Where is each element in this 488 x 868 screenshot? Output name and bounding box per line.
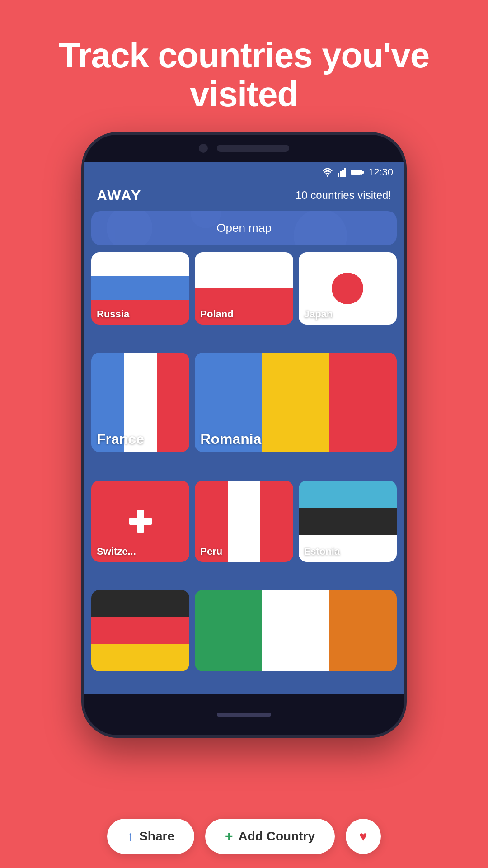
country-card-estonia[interactable]: Estonia	[299, 481, 397, 562]
status-icons: 12:30	[322, 166, 393, 178]
svg-rect-8	[362, 171, 364, 174]
country-card-switzerland[interactable]: Switze...	[91, 481, 189, 562]
countries-visited-label: 10 countries visited!	[296, 189, 391, 202]
home-indicator	[217, 713, 271, 717]
svg-point-0	[327, 175, 328, 177]
hero-title: Track countries you've visited	[0, 0, 488, 132]
app-title: AWAY	[97, 187, 141, 204]
add-country-button[interactable]: + Add Country	[205, 819, 335, 854]
country-name-switzerland: Switze...	[97, 546, 136, 557]
favorite-button[interactable]: ♥	[346, 819, 381, 854]
signal-icon	[338, 168, 347, 177]
bottom-action-bar: ↑ Share + Add Country ♥	[0, 805, 488, 868]
plus-icon: +	[225, 829, 233, 844]
phone-screen: 12:30 AWAY 10 countries visited! Open ma…	[84, 162, 404, 694]
country-name-poland: Poland	[200, 308, 233, 320]
share-button[interactable]: ↑ Share	[107, 819, 194, 854]
status-bar: 12:30	[84, 162, 404, 183]
country-card-germany[interactable]	[91, 590, 189, 671]
country-name-romania: Romania	[200, 431, 261, 448]
svg-rect-4	[344, 168, 346, 177]
svg-rect-3	[342, 170, 344, 177]
phone-device: 12:30 AWAY 10 countries visited! Open ma…	[81, 132, 407, 738]
svg-rect-1	[338, 173, 339, 177]
country-name-japan: Japan	[304, 308, 333, 320]
open-map-button[interactable]: Open map	[91, 211, 397, 245]
add-country-label: Add Country	[239, 829, 315, 844]
country-card-peru[interactable]: Peru	[195, 481, 293, 562]
country-name-peru: Peru	[200, 546, 222, 557]
country-card-japan[interactable]: Japan	[299, 252, 397, 325]
phone-top-bar	[84, 135, 404, 162]
svg-rect-2	[340, 171, 342, 177]
country-name-france: France	[97, 431, 144, 448]
status-time: 12:30	[368, 166, 393, 178]
phone-bottom-bar	[84, 694, 404, 735]
svg-rect-7	[352, 170, 361, 175]
country-card-ireland[interactable]	[195, 590, 397, 671]
app-header: AWAY 10 countries visited!	[84, 183, 404, 211]
phone-camera	[199, 144, 208, 153]
heart-icon: ♥	[359, 829, 367, 844]
japan-circle	[332, 273, 363, 304]
country-name-estonia: Estonia	[304, 546, 340, 557]
wifi-icon	[322, 168, 333, 177]
share-label: Share	[139, 829, 174, 844]
country-name-russia: Russia	[97, 308, 129, 320]
country-card-romania[interactable]: Romania	[195, 353, 397, 452]
battery-icon	[351, 169, 364, 176]
phone-speaker	[217, 145, 289, 152]
country-card-russia[interactable]: Russia	[91, 252, 189, 325]
countries-grid: Russia Poland Japan	[84, 252, 404, 694]
share-icon: ↑	[127, 829, 134, 844]
phone-mockup: 12:30 AWAY 10 countries visited! Open ma…	[0, 132, 488, 738]
country-card-france[interactable]: France	[91, 353, 189, 452]
switzerland-cross	[129, 510, 152, 533]
country-card-poland[interactable]: Poland	[195, 252, 293, 325]
